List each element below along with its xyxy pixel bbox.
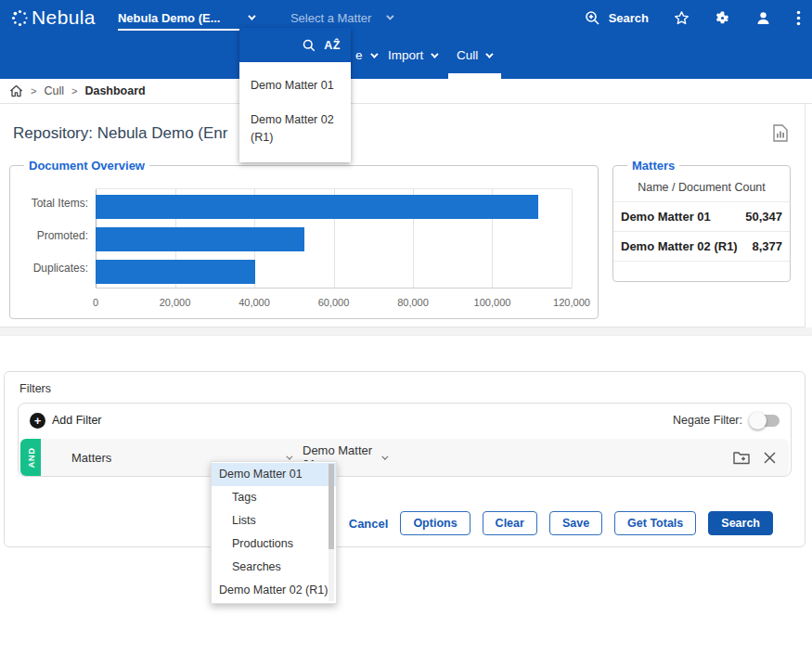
options-button[interactable]: Options	[400, 511, 470, 535]
matter-name: Demo Matter 01	[621, 210, 711, 224]
chevron-down-icon	[431, 50, 438, 58]
operator-chip[interactable]: AND	[20, 439, 41, 476]
cancel-button[interactable]: Cancel	[349, 517, 389, 531]
nav-row-primary: Nebula · Nebula Demo (E... Select a Matt…	[0, 0, 812, 35]
global-search-button[interactable]: Search	[585, 10, 649, 26]
filter-row-actions	[733, 451, 776, 465]
filter-group: + Add Filter Negate Filter: AND Matters	[18, 403, 792, 477]
filters-section: Filters + Add Filter Negate Filter: AND	[4, 371, 806, 547]
list-item[interactable]: Productions	[212, 532, 336, 556]
search-icon[interactable]	[303, 39, 316, 52]
matter-count: 50,347	[745, 210, 782, 224]
document-overview-panel: Document Overview Total Items: Promoted:…	[9, 165, 599, 319]
top-nav: Nebula · Nebula Demo (E... Select a Matt…	[0, 0, 812, 79]
star-icon[interactable]	[674, 10, 690, 26]
breadcrumb-separator: >	[31, 85, 36, 96]
bar-duplicates	[96, 260, 255, 284]
x-tick: 80,000	[397, 297, 429, 308]
list-item[interactable]: Demo Matter 02 (R1)	[212, 579, 336, 602]
x-tick: 100,000	[474, 297, 511, 308]
document-overview-legend: Document Overview	[24, 159, 149, 173]
clear-button[interactable]: Clear	[483, 511, 537, 535]
scrollbar-track[interactable]	[329, 464, 334, 601]
list-item[interactable]: Demo Matter 01	[239, 69, 351, 103]
breadcrumb-cull[interactable]: Cull	[44, 84, 64, 97]
negate-filter-toggle[interactable]	[751, 415, 780, 427]
add-filter-label: Add Filter	[52, 414, 102, 427]
x-tick: 40,000	[238, 297, 270, 308]
chevron-down-icon	[382, 453, 389, 459]
logo-wordmark: Nebula	[32, 6, 96, 29]
negate-filter-label: Negate Filter:	[673, 414, 742, 427]
repository-section: Repository: Nebula Demo (Enr Document Ov…	[0, 104, 806, 327]
nav-row-menus: e Import Cull	[0, 35, 812, 79]
nebula-logo: Nebula ·	[11, 6, 96, 29]
list-item[interactable]: Searches	[212, 556, 336, 579]
nav-menu-partial[interactable]: e	[355, 48, 376, 62]
scrollbar-thumb[interactable]	[329, 464, 334, 549]
negate-filter-control: Negate Filter:	[673, 414, 780, 427]
bar-label-duplicates: Duplicates:	[10, 262, 88, 275]
table-row[interactable]: Demo Matter 01 50,347	[613, 201, 790, 231]
breadcrumb-separator: >	[71, 85, 77, 96]
nav-menu-import[interactable]: Import	[388, 48, 436, 62]
search-button[interactable]: Search	[708, 511, 773, 535]
matter-dropdown: AẐ Demo Matter 01 Demo Matter 02 (R1)	[239, 28, 351, 162]
chevron-down-icon	[286, 453, 292, 459]
chevron-down-icon	[485, 50, 493, 58]
nav-actions: Search	[585, 10, 801, 26]
sparkle-icon	[11, 9, 29, 27]
list-item[interactable]: Lists	[212, 509, 336, 532]
breadcrumb-dashboard: Dashboard	[84, 84, 145, 97]
nav-menu-cull[interactable]: Cull	[457, 48, 491, 62]
add-circle-icon: +	[30, 413, 45, 429]
gridline	[572, 189, 573, 288]
x-tick: 20,000	[160, 297, 191, 308]
filter-row: AND Matters Demo Matter 01	[20, 439, 789, 476]
user-icon[interactable]	[755, 10, 771, 26]
kebab-menu-icon[interactable]	[796, 10, 801, 26]
x-tick: 120,000	[553, 297, 590, 308]
matters-table-header: Name / Document Count	[613, 181, 790, 194]
sort-az-icon[interactable]: AẐ	[324, 39, 341, 52]
x-tick: 60,000	[318, 297, 350, 308]
matter-selector-label: Select a Matter	[290, 11, 371, 25]
page-title: Repository: Nebula Demo (Enr	[13, 124, 227, 143]
bar-total-items	[96, 195, 538, 219]
save-button[interactable]: Save	[549, 511, 602, 535]
matters-legend: Matters	[627, 159, 679, 173]
chevron-down-icon	[370, 50, 378, 58]
list-item[interactable]: Demo Matter 01	[212, 463, 336, 486]
matter-selector[interactable]: Select a Matter	[290, 11, 392, 25]
matter-dropdown-list: Demo Matter 01 Demo Matter 02 (R1)	[239, 62, 351, 162]
folder-add-icon[interactable]	[733, 451, 750, 465]
home-icon[interactable]	[9, 84, 23, 97]
bar-label-promoted: Promoted:	[10, 229, 88, 242]
report-icon[interactable]	[773, 124, 788, 142]
filter-value-dropdown: Demo Matter 01 Tags Lists Productions Se…	[211, 461, 337, 604]
chevron-down-icon	[248, 12, 255, 19]
table-row[interactable]: Demo Matter 02 (R1) 8,377	[613, 231, 790, 262]
repository-selector[interactable]: Nebula Demo (E...	[118, 11, 253, 31]
section-divider	[0, 327, 812, 336]
breadcrumb: > Cull > Dashboard	[0, 79, 812, 104]
filter-actions: Cancel Options Clear Save Get Totals Sea…	[349, 511, 773, 535]
chart-plot-area: 0 20,000 40,000 60,000 80,000 100,000 12…	[96, 188, 572, 289]
add-filter-button[interactable]: + Add Filter	[30, 413, 102, 429]
list-item[interactable]: Tags	[212, 486, 336, 509]
matters-panel: Matters Name / Document Count Demo Matte…	[612, 165, 791, 282]
filters-title: Filters	[19, 382, 51, 395]
list-item[interactable]: Demo Matter 02 (R1)	[239, 103, 351, 155]
zoom-search-icon	[585, 10, 600, 26]
x-tick: 0	[93, 297, 98, 308]
matter-dropdown-header: AẐ	[239, 28, 351, 62]
bar-promoted	[96, 227, 304, 251]
filter-group-toolbar: + Add Filter Negate Filter:	[19, 404, 791, 437]
search-label: Search	[609, 11, 649, 25]
nebula-app: Nebula · Nebula Demo (E... Select a Matt…	[0, 0, 812, 667]
close-icon[interactable]	[764, 452, 776, 464]
matter-name: Demo Matter 02 (R1)	[621, 239, 738, 253]
get-totals-button[interactable]: Get Totals	[614, 511, 696, 535]
repository-selector-label: Nebula Demo (E...	[118, 11, 221, 25]
gear-icon[interactable]	[715, 10, 730, 26]
